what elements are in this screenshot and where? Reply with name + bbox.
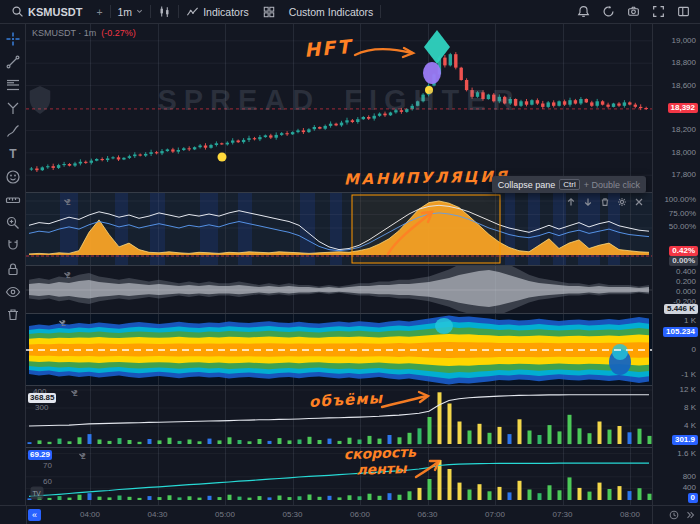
volume-bar: [388, 435, 392, 444]
volume-bar: [198, 441, 202, 444]
volume-bar: [498, 427, 502, 444]
layout-button[interactable]: [671, 5, 696, 18]
price-label: 400: [683, 483, 696, 492]
candle-body: [351, 120, 354, 122]
fullscreen-button[interactable]: [646, 5, 671, 18]
delta-indicator-pane[interactable]: 2: [26, 265, 652, 313]
candle-body: [285, 133, 288, 134]
chart-type-button[interactable]: [151, 0, 178, 23]
magnet-tool[interactable]: [3, 236, 23, 255]
pane-move-down-icon[interactable]: [583, 197, 593, 207]
volume-bar: [488, 433, 492, 444]
measure-tool[interactable]: [3, 190, 23, 209]
zoom-tool[interactable]: [3, 213, 23, 232]
candle-body: [378, 114, 381, 116]
pitchfork-tool[interactable]: [3, 98, 23, 117]
volume-bar: [348, 438, 352, 444]
pane-legend[interactable]: 2: [70, 388, 78, 398]
tape-bar: [428, 479, 432, 500]
crosshair-tool[interactable]: [3, 29, 23, 48]
pane-legend[interactable]: 2: [58, 318, 66, 328]
alert-button[interactable]: [571, 5, 596, 18]
snapshot-button[interactable]: [621, 5, 646, 18]
collapse-axis-icon[interactable]: [685, 510, 695, 520]
heatmap-blob: [612, 344, 628, 360]
layout-icon: [677, 5, 690, 18]
trend-line-tool[interactable]: [3, 52, 23, 71]
lock-all-tool[interactable]: [3, 259, 23, 278]
tape-bar: [208, 496, 212, 500]
chart-area[interactable]: SPREAD FIGHTER KSMUSDT · 1m (-0.27%) 2 2: [26, 24, 652, 505]
price-badge: 5.446 K: [664, 304, 698, 314]
brush-tool[interactable]: [3, 121, 23, 140]
tape-bar: [238, 497, 242, 500]
signal-marker: [425, 86, 433, 94]
hft-marker: [423, 62, 441, 84]
volume-bar: [208, 439, 212, 444]
candle-body: [160, 151, 163, 153]
candle-body: [628, 102, 631, 104]
pane-delete-icon[interactable]: [600, 197, 610, 207]
volume-bar: [508, 434, 512, 444]
chart-legend[interactable]: KSMUSDT · 1m (-0.27%): [32, 28, 136, 38]
volume-bar: [158, 440, 162, 444]
pane-legend[interactable]: 2: [63, 197, 71, 207]
price-label: 18,200: [672, 125, 696, 134]
candle-body: [57, 165, 60, 168]
candle-body: [367, 117, 370, 119]
tape-bar: [148, 496, 152, 500]
tape-bar: [48, 498, 52, 500]
collapse-pane-tooltip: Collapse pane Ctrl + Double click: [492, 176, 646, 193]
candle-body: [106, 158, 109, 160]
session-highlight: [330, 193, 342, 266]
candle-body: [345, 120, 348, 122]
heatmap-pane[interactable]: 2: [26, 313, 652, 385]
legend-change: (-0.27%): [101, 28, 136, 38]
symbol-search-button[interactable]: KSMUSDT: [4, 0, 89, 23]
tape-bar: [168, 495, 172, 500]
price-pane[interactable]: SPREAD FIGHTER KSMUSDT · 1m (-0.27%): [26, 24, 652, 192]
price-label: 4 K: [684, 421, 696, 430]
timeframe-button[interactable]: 1m: [111, 0, 151, 23]
candle-body: [307, 129, 310, 132]
candle-body: [579, 99, 582, 104]
tape-bar: [458, 483, 462, 500]
price-label: 18,800: [672, 58, 696, 67]
pane-settings-icon[interactable]: [617, 197, 627, 207]
candle-body: [601, 101, 604, 104]
indicators-button[interactable]: Indicators: [179, 0, 256, 23]
pane-move-up-icon[interactable]: [566, 197, 576, 207]
fib-retracement-tool[interactable]: [3, 75, 23, 94]
volume-pane[interactable]: 400 368.85 300 2: [26, 385, 652, 447]
candle-body: [177, 150, 180, 152]
candle-body: [454, 54, 457, 67]
tape-bar: [88, 493, 92, 500]
tape-bar: [578, 488, 582, 500]
custom-indicators-button[interactable]: Custom Indicators: [282, 0, 381, 23]
time-label: 05:30: [282, 510, 302, 519]
price-axis[interactable]: 19,00018,80018,60018,39218,20018,00017,8…: [652, 24, 700, 505]
manipulation-indicator-pane[interactable]: 2: [26, 192, 652, 265]
indicator-templates-button[interactable]: [256, 0, 282, 23]
volume-bar: [108, 441, 112, 444]
tape-bar: [638, 488, 642, 500]
time-axis[interactable]: « 04:0004:3005:0005:3006:0006:3007:0007:…: [26, 505, 652, 524]
candlestick-icon: [158, 5, 171, 18]
delete-all-tool[interactable]: [3, 305, 23, 324]
candle-body: [188, 148, 191, 149]
tape-bar: [358, 496, 362, 500]
tape-bar: [98, 497, 102, 500]
compare-add-button[interactable]: +: [89, 0, 109, 23]
text-tool[interactable]: T: [3, 144, 23, 163]
jump-to-start-button[interactable]: «: [28, 509, 41, 521]
candle-body: [226, 143, 229, 145]
timezone-clock-icon[interactable]: [669, 510, 679, 520]
hide-all-tool[interactable]: [3, 282, 23, 301]
pane-legend[interactable]: 2: [63, 270, 71, 280]
pane-legend[interactable]: 2: [78, 451, 86, 461]
time-label: 04:30: [147, 510, 167, 519]
replay-button[interactable]: [596, 5, 621, 18]
pane-close-icon[interactable]: [634, 197, 644, 207]
tape-speed-pane[interactable]: 69.29 70 60 TV 2: [26, 447, 652, 505]
emoji-tool[interactable]: [3, 167, 23, 186]
